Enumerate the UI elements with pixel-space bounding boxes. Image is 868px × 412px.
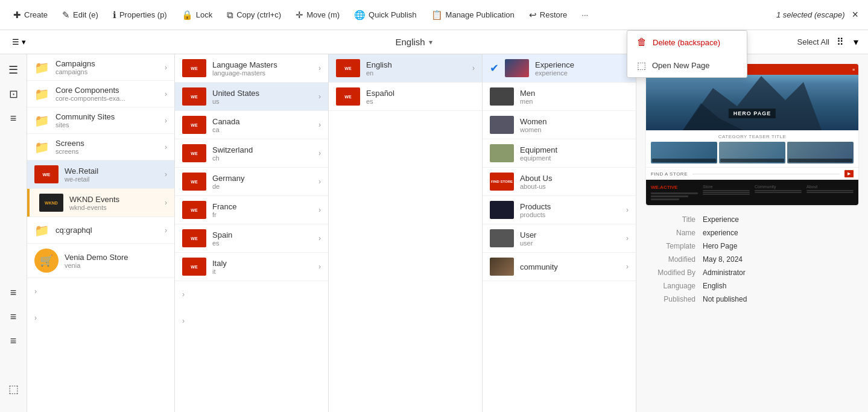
list-item-experience[interactable]: ✔ Experience experience [483,54,636,83]
list-item-women[interactable]: Women women [483,111,636,139]
list-item[interactable]: 📁 Community Sites sites › [27,107,174,134]
chevron-right-icon: › [165,63,167,72]
copy-button[interactable]: ⧉ Copy (ctrl+c) [221,6,287,24]
detail-value-language: English [703,280,857,292]
chevron-right-icon: › [318,149,321,157]
list-item-text: Screens screens [55,139,159,155]
list-item-equipment[interactable]: Equipment equipment [483,139,636,168]
list-item-text: Switzerland ch [212,145,312,162]
quick-publish-button[interactable]: 🌐 Quick Publish [348,6,422,24]
detail-label-title: Title [647,214,702,226]
chevron-right-icon: › [318,262,321,271]
quick-publish-icon: 🌐 [354,10,366,21]
sidebar-icon-bottom-1[interactable]: ≡ [2,282,24,303]
manage-publication-button[interactable]: 📋 Manage Publication [425,6,521,24]
list-item-venia[interactable]: 🛒 Venia Demo Store venia [27,244,174,278]
details-table: Title Experience Name experience Templat… [646,212,858,306]
list-item-men[interactable]: Men men [483,83,636,111]
sidebar-icon-2[interactable]: ⊡ [2,83,24,105]
col5-preview: WE.ACTIVE ≡ HERO PAGE CATEGORY TEASER TI… [636,54,868,412]
list-item-text: Italy it [212,259,312,275]
sub-toolbar-right: Select All ⠿ ▾ [797,34,861,50]
delete-menu-item[interactable]: 🗑 Delete (backspace) [627,31,747,54]
breadcrumb-dropdown-icon[interactable]: ▾ [429,38,432,46]
column-view-button[interactable]: ⠿ [834,34,846,50]
close-selection-button[interactable]: × [849,6,861,24]
list-item-text: France fr [212,202,312,218]
list-item-english[interactable]: WE English en › [329,54,482,83]
list-item-text: Products products [520,202,620,218]
chevron-right-icon: › [626,206,629,214]
list-item-spacer[interactable]: › [175,281,328,308]
copy-icon: ⧉ [227,10,233,21]
select-all-button[interactable]: Select All [797,37,829,46]
chevron-right-icon: › [626,234,629,242]
list-item-text: Germany de [212,174,312,190]
list-item-spacer2[interactable]: › [27,305,174,331]
sidebar-icon-bottom-4[interactable]: ⬚ [2,378,24,400]
list-item-text: English en [366,60,466,77]
list-item-text: Spain es [212,230,312,247]
move-icon: ✛ [296,10,303,21]
list-item[interactable]: WE Italy it › [175,253,328,281]
list-item-text: We.Retail we-retail [65,166,159,183]
list-item[interactable]: WE Germany de › [175,168,328,196]
list-item[interactable]: WE Language Masters language-masters › [175,54,328,83]
sidebar-icon-1[interactable]: ☰ [2,59,24,81]
list-item[interactable]: WE Switzerland ch › [175,139,328,168]
detail-label-template: Template [647,240,702,252]
chevron-right-icon: › [165,226,167,235]
list-item-about[interactable]: FIND STORE About Us about-us [483,168,636,196]
view-toggle-button[interactable]: ☰ ▾ [7,35,31,49]
list-item-products[interactable]: Products products › [483,196,636,224]
sidebar-icon-3[interactable]: ≡ [2,107,24,129]
col2-countries: WE Language Masters language-masters › W… [175,54,329,412]
dropdown-menu: 🗑 Delete (backspace) ⬚ Open New Page [627,30,747,78]
chevron-right-icon: › [626,262,629,271]
list-item[interactable]: 📁 Core Components core-components-exa...… [27,81,174,107]
chevron-right-icon: › [318,92,321,101]
sidebar-icon-bottom-3[interactable]: ≡ [2,330,24,352]
list-item[interactable]: 📁 cq:graphql › [27,217,174,244]
lock-button[interactable]: 🔒 Lock [176,6,218,24]
list-item-text: Community Sites sites [55,112,159,128]
content-area: ☰ ▾ English ▾ Select All ⠿ ▾ ☰ ⊡ ≡ ≡ ≡ [0,30,868,412]
detail-label-modified-by: Modified By [647,267,702,279]
list-item[interactable]: 📁 Screens screens › [27,134,174,160]
col3-languages: WE English en › WE Español es [329,54,483,412]
create-button[interactable]: ✚ Create [7,6,54,24]
list-item-wknd[interactable]: WKND WKND Events wknd-events › [27,189,174,217]
restore-button[interactable]: ↩ Restore [523,6,574,24]
chevron-right-icon: › [182,317,185,325]
list-item-us[interactable]: WE United States us › [175,83,328,111]
list-item-espanol[interactable]: WE Español es [329,83,482,111]
folder-icon: 📁 [34,60,49,75]
list-item-text: About Us about-us [520,174,629,190]
more-button[interactable]: ··· [575,7,594,23]
list-item[interactable]: WE Canada ca › [175,111,328,139]
restore-icon: ↩ [529,10,537,21]
edit-button[interactable]: ✎ Edit (e) [56,6,104,24]
list-item-spacer2[interactable]: › [175,308,328,334]
chevron-right-icon: › [318,121,321,129]
list-item-spacer[interactable]: › [27,278,174,305]
view-options-button[interactable]: ▾ [851,34,861,50]
list-item[interactable]: WE France fr › [175,196,328,224]
properties-button[interactable]: ℹ Properties (p) [107,6,173,24]
list-item-community[interactable]: community › [483,253,636,281]
manage-publication-icon: 📋 [431,10,443,21]
main-layout: ☰ ▾ English ▾ Select All ⠿ ▾ ☰ ⊡ ≡ ≡ ≡ [0,30,868,412]
columns-layout: ☰ ⊡ ≡ ≡ ≡ ≡ ⬚ 📁 Campaigns campaigns [0,54,868,412]
list-item[interactable]: 📁 Campaigns campaigns › [27,54,174,81]
list-item-text: cq:graphql [55,226,159,235]
folder-icon: 📁 [34,140,49,154]
list-item-we-retail[interactable]: WE We.Retail we-retail › [27,160,174,189]
list-item-text: United States us [212,89,312,105]
open-new-page-menu-item[interactable]: ⬚ Open New Page [627,54,747,77]
list-item[interactable]: WE Spain es › [175,224,328,253]
list-item-user[interactable]: User user › [483,224,636,253]
sidebar-icon-bottom-2[interactable]: ≡ [2,306,24,328]
move-button[interactable]: ✛ Move (m) [290,6,346,24]
properties-icon: ℹ [113,10,116,21]
chevron-right-icon: › [165,90,167,98]
